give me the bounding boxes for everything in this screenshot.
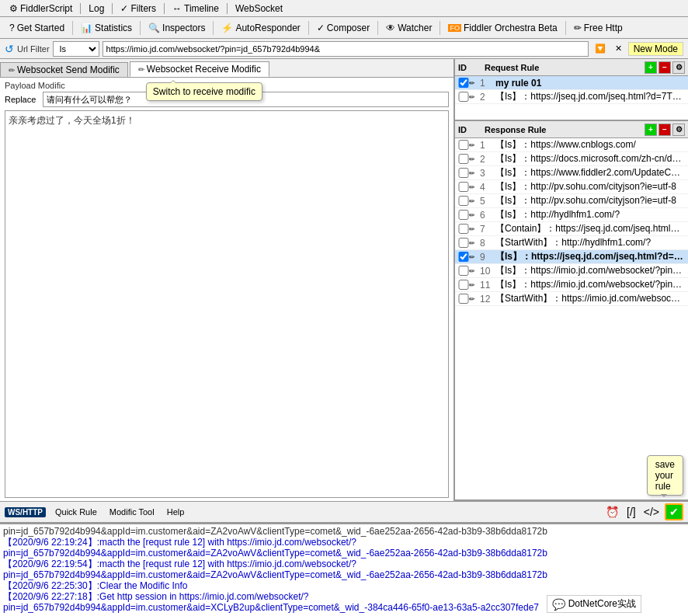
- table-row[interactable]: ✏ 2 【Is】：https://jseq.jd.com/jseq.html?d…: [455, 90, 688, 104]
- table-row[interactable]: ✏ 9 【Is】：https://jseq.jd.com/jseq.html?d…: [455, 250, 688, 264]
- composer-icon: ✓: [317, 23, 325, 33]
- payload-section: Payload Modific Replace 亲亲考虑过了，今天全场1折！: [0, 78, 453, 501]
- menu-websocket[interactable]: WebSocket: [229, 2, 289, 16]
- menu-filters[interactable]: ✓ Filters: [114, 2, 162, 16]
- rule-checkbox[interactable]: [458, 266, 469, 276]
- toolbar-sep-6: [440, 21, 440, 35]
- fiddler-orchestra-button[interactable]: FO Fiddler Orchestra Beta: [442, 21, 563, 35]
- menu-fiddlerscript[interactable]: ⚙ FiddlerScript: [3, 2, 78, 16]
- rule-checkbox[interactable]: [458, 196, 469, 206]
- statistics-button[interactable]: 📊 Statistics: [75, 21, 138, 35]
- rule-icon: ✏: [469, 267, 480, 275]
- rule-checkbox[interactable]: [458, 224, 469, 234]
- rule-icon: ✏: [469, 253, 480, 261]
- table-row[interactable]: ✏ 7 【Contain】：https://jseq.jd.com/jseq.h…: [455, 222, 688, 236]
- rule-checkbox[interactable]: [458, 182, 469, 192]
- statistics-icon: 📊: [81, 23, 92, 33]
- menu-sep-3: [164, 3, 165, 14]
- filters-icon: ✓: [120, 3, 128, 14]
- filter-icon[interactable]: 🔽: [592, 43, 609, 54]
- rule-checkbox[interactable]: [458, 168, 469, 178]
- request-add-button[interactable]: +: [645, 61, 657, 74]
- table-row[interactable]: ✏ 4 【Is】：http://pv.sohu.com/cityjson?ie=…: [455, 180, 688, 194]
- modific-tool-menu[interactable]: Modific Tool: [106, 506, 158, 518]
- table-row[interactable]: ✏ 6 【Is】：http://hydlhfm1.com/?: [455, 208, 688, 222]
- rule-icon: ✏: [469, 169, 480, 177]
- clock-icon[interactable]: ⏰: [603, 505, 621, 519]
- rule-checkbox[interactable]: [458, 238, 469, 248]
- url-filter-input[interactable]: [103, 41, 589, 57]
- rule-icon: ✏: [469, 155, 480, 163]
- rule-checkbox[interactable]: [458, 294, 469, 304]
- help-menu[interactable]: Help: [164, 506, 188, 518]
- request-rules-header: ID Request Rule + − ⚙: [455, 59, 688, 76]
- request-rules-controls: + − ⚙: [645, 61, 685, 74]
- pencil-icon-send: ✏: [9, 66, 15, 75]
- rule-checkbox[interactable]: [458, 252, 469, 262]
- rule-checkbox[interactable]: [458, 140, 469, 150]
- timeline-icon: ↔: [172, 3, 182, 14]
- autoresponder-button[interactable]: ⚡ AutoResponder: [215, 21, 306, 35]
- ws-http-badge: WS/HTTP: [5, 507, 46, 517]
- rule-checkbox[interactable]: [458, 92, 469, 102]
- toolbar: ? Get Started 📊 Statistics 🔍 Inspectors …: [0, 17, 688, 39]
- bottom-icons: ⏰ [/] </> save your rule ✔: [603, 503, 683, 520]
- new-mode-button[interactable]: New Mode: [628, 42, 683, 56]
- rule-checkbox[interactable]: [458, 280, 469, 290]
- toolbar-sep-1: [72, 21, 73, 35]
- tab-receive[interactable]: ✏ Websocket Receive Modific Switch to re…: [130, 61, 269, 77]
- log-line: 【2020/9/6 22:25:30】:Clear the Modific In…: [3, 580, 685, 591]
- free-http-icon: ✏: [574, 23, 582, 33]
- inspectors-icon: 🔍: [148, 23, 160, 33]
- code-brackets-icon[interactable]: </>: [641, 505, 662, 519]
- rule-icon: ✏: [469, 141, 480, 149]
- url-filter-dropdown[interactable]: Is Contains StartsWith: [53, 41, 99, 57]
- rule-icon: ✏: [469, 225, 480, 233]
- tab-send[interactable]: ✏ Websocket Send Modific: [0, 62, 128, 77]
- request-settings-button[interactable]: ⚙: [672, 61, 685, 74]
- request-rules-list: ✏ 1 my rule 01 ✏ 2 【Is】：https://jseq.jd.…: [455, 76, 688, 120]
- table-row[interactable]: ✏ 2 【Is】：https://docs.microsoft.com/zh-c…: [455, 152, 688, 166]
- response-add-button[interactable]: +: [645, 124, 657, 136]
- get-started-icon: ?: [9, 23, 15, 33]
- rule-checkbox[interactable]: [458, 210, 469, 220]
- save-tooltip: save your rule: [647, 455, 683, 496]
- table-row[interactable]: ✏ 5 【Is】：http://pv.sohu.com/cityjson?ie=…: [455, 194, 688, 208]
- menu-log[interactable]: Log: [82, 2, 110, 16]
- composer-button[interactable]: ✓ Composer: [311, 21, 376, 35]
- table-row[interactable]: ✏ 3 【Is】：https://www.fiddler2.com/Update…: [455, 166, 688, 180]
- wechat-icon: 💬: [552, 598, 565, 611]
- table-row[interactable]: ✏ 1 my rule 01: [455, 76, 688, 90]
- request-rules-section: ID Request Rule + − ⚙ ✏ 1 my rule 01 ✏: [455, 59, 688, 121]
- inspectors-button[interactable]: 🔍 Inspectors: [142, 21, 211, 35]
- clear-icon[interactable]: ✕: [612, 43, 625, 54]
- rule-icon: ✏: [469, 211, 480, 219]
- watermark: 💬 DotNetCore实战: [547, 595, 641, 613]
- free-http-button[interactable]: ✏ Free Http: [568, 21, 629, 35]
- menu-bar: ⚙ FiddlerScript Log ✓ Filters ↔ Timeline…: [0, 0, 688, 17]
- watcher-button[interactable]: 👁 Watcher: [380, 21, 438, 35]
- table-row[interactable]: ✏ 12 【StartWith】：https://imio.jd.com/web…: [455, 292, 688, 306]
- response-settings-button[interactable]: ⚙: [672, 124, 685, 136]
- toolbar-sep-3: [213, 21, 214, 35]
- request-remove-button[interactable]: −: [658, 61, 671, 74]
- save-button[interactable]: ✔: [665, 503, 683, 520]
- menu-sep-1: [80, 3, 81, 14]
- table-row[interactable]: ✏ 11 【Is】：https://imio.jd.com/websocket/…: [455, 278, 688, 292]
- response-remove-button[interactable]: −: [658, 124, 671, 136]
- payload-textarea[interactable]: 亲亲考虑过了，今天全场1折！: [5, 110, 449, 498]
- table-row[interactable]: ✏ 10 【Is】：https://imio.jd.com/websocket/…: [455, 264, 688, 278]
- rule-checkbox[interactable]: [458, 78, 469, 88]
- rule-icon: ✏: [469, 295, 480, 303]
- log-line: 【2020/9/6 22:19:54】:macth the [requst ru…: [3, 559, 685, 580]
- code-icon[interactable]: [/]: [624, 505, 638, 519]
- table-row[interactable]: ✏ 8 【StartWith】：http://hydlhfm1.com/?: [455, 236, 688, 250]
- table-row[interactable]: ✏ 1 【Is】：https://www.cnblogs.com/: [455, 138, 688, 152]
- watcher-icon: 👁: [386, 23, 395, 33]
- menu-sep-4: [227, 3, 228, 14]
- refresh-icon[interactable]: ↺: [5, 43, 14, 55]
- menu-timeline[interactable]: ↔ Timeline: [166, 2, 225, 16]
- get-started-button[interactable]: ? Get Started: [3, 21, 71, 35]
- quick-rule-menu[interactable]: Quick Rule: [52, 506, 100, 518]
- rule-checkbox[interactable]: [458, 154, 469, 164]
